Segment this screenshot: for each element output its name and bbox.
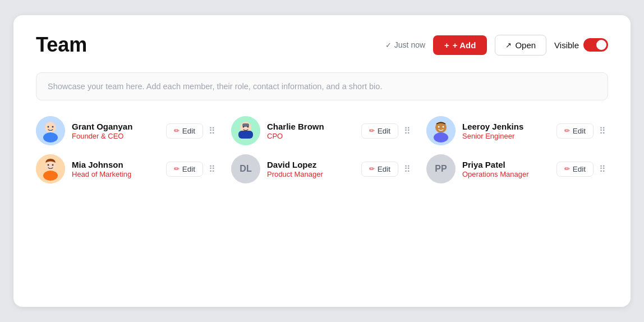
edit-icon: ✏ [564, 165, 570, 173]
drag-handle-icon[interactable]: ⠿ [402, 125, 413, 137]
svg-point-20 [52, 164, 54, 166]
svg-point-10 [247, 126, 249, 128]
member-role: Head of Marketing [72, 170, 159, 178]
toggle-slider [583, 38, 608, 52]
svg-point-13 [434, 132, 448, 142]
member-actions: ✏ Edit ⠿ [166, 162, 218, 177]
member-name: Mia Johnson [72, 159, 159, 171]
member-name: Leeroy Jenkins [462, 121, 550, 132]
header: Team ✓ Just now + + Add ↗ Open Visible [36, 33, 608, 57]
add-label: + Add [453, 40, 476, 50]
member-name: David Lopez [267, 159, 355, 171]
avatar [36, 154, 65, 183]
header-actions: ✓ Just now + + Add ↗ Open Visible [385, 35, 608, 56]
svg-point-15 [443, 126, 444, 128]
svg-point-1 [45, 122, 56, 133]
svg-point-4 [52, 126, 54, 128]
member-actions: ✏ Edit ⠿ [361, 162, 413, 177]
edit-label: Edit [182, 127, 195, 135]
member-row: PP Priya Patel Operations Manager ✏ Edit… [426, 154, 608, 183]
plus-icon: + [444, 40, 449, 50]
edit-icon: ✏ [564, 127, 570, 135]
member-actions: ✏ Edit ⠿ [166, 123, 218, 139]
member-role: Founder & CEO [72, 132, 159, 140]
member-info: David Lopez Product Manager [267, 159, 355, 179]
member-row: Grant Oganyan Founder & CEO ✏ Edit ⠿ [36, 116, 218, 145]
avatar: PP [426, 154, 456, 183]
member-info: Mia Johnson Head of Marketing [72, 159, 159, 179]
drag-handle-icon[interactable]: ⠿ [206, 125, 218, 137]
avatar [36, 116, 65, 145]
check-icon: ✓ [385, 41, 392, 49]
drag-handle-icon[interactable]: ⠿ [597, 163, 608, 176]
saved-badge: ✓ Just now [385, 40, 425, 49]
drag-handle-icon[interactable]: ⠿ [402, 163, 413, 176]
open-label: Open [515, 40, 536, 50]
svg-point-2 [43, 132, 58, 142]
edit-label: Edit [182, 165, 195, 173]
member-name: Priya Patel [462, 159, 550, 171]
avatar [231, 116, 260, 145]
member-info: Priya Patel Operations Manager [462, 159, 550, 179]
team-card: Team ✓ Just now + + Add ↗ Open Visible [13, 15, 631, 307]
edit-label: Edit [378, 165, 390, 173]
edit-button[interactable]: ✏ Edit [361, 162, 398, 177]
avatar-initials: PP [435, 164, 447, 174]
member-role: Operations Manager [462, 170, 550, 178]
add-button[interactable]: + + Add [433, 35, 487, 55]
avatar-initials: DL [240, 164, 251, 174]
member-info: Grant Oganyan Founder & CEO [72, 121, 159, 141]
member-actions: ✏ Edit ⠿ [361, 123, 413, 139]
edit-button[interactable]: ✏ Edit [166, 123, 203, 139]
svg-point-18 [43, 171, 58, 181]
member-info: Charlie Brown CPO [267, 121, 355, 141]
member-info: Leeroy Jenkins Senior Engineer [462, 121, 550, 141]
visible-control: Visible [554, 38, 608, 52]
svg-rect-7 [238, 131, 253, 139]
edit-label: Edit [573, 127, 586, 135]
avatar [426, 116, 456, 145]
edit-button[interactable]: ✏ Edit [361, 123, 398, 139]
member-row: DL David Lopez Product Manager ✏ Edit ⠿ [231, 154, 413, 183]
member-actions: ✏ Edit ⠿ [556, 123, 608, 139]
edit-button[interactable]: ✏ Edit [556, 162, 594, 177]
svg-point-14 [438, 126, 440, 128]
visible-label: Visible [554, 40, 579, 50]
svg-point-9 [243, 126, 245, 128]
saved-text: Just now [394, 40, 425, 49]
svg-point-19 [48, 164, 49, 166]
member-row: Mia Johnson Head of Marketing ✏ Edit ⠿ [36, 154, 218, 183]
edit-label: Edit [573, 165, 586, 173]
member-role: CPO [267, 132, 355, 140]
description-box: Showcase your team here. Add each member… [36, 72, 608, 100]
member-actions: ✏ Edit ⠿ [556, 162, 608, 177]
svg-point-3 [48, 126, 49, 128]
member-role: Product Manager [267, 170, 355, 178]
edit-icon: ✏ [369, 127, 375, 135]
edit-label: Edit [378, 127, 390, 135]
team-grid: Grant Oganyan Founder & CEO ✏ Edit ⠿ [36, 116, 608, 183]
drag-handle-icon[interactable]: ⠿ [206, 163, 218, 176]
edit-button[interactable]: ✏ Edit [166, 162, 203, 177]
edit-button[interactable]: ✏ Edit [556, 123, 594, 139]
open-icon: ↗ [505, 41, 512, 49]
edit-icon: ✏ [174, 165, 180, 173]
member-name: Grant Oganyan [72, 121, 159, 132]
page-title: Team [36, 33, 87, 57]
edit-icon: ✏ [369, 165, 375, 173]
member-row: Charlie Brown CPO ✏ Edit ⠿ [231, 116, 413, 145]
description-text: Showcase your team here. Add each member… [48, 82, 382, 91]
member-name: Charlie Brown [267, 121, 355, 132]
visible-toggle[interactable] [583, 38, 608, 52]
edit-icon: ✏ [174, 127, 180, 135]
avatar: DL [231, 154, 260, 183]
member-role: Senior Engineer [462, 132, 550, 140]
open-button[interactable]: ↗ Open [495, 35, 546, 56]
drag-handle-icon[interactable]: ⠿ [597, 125, 608, 137]
member-row: Leeroy Jenkins Senior Engineer ✏ Edit ⠿ [426, 116, 608, 145]
